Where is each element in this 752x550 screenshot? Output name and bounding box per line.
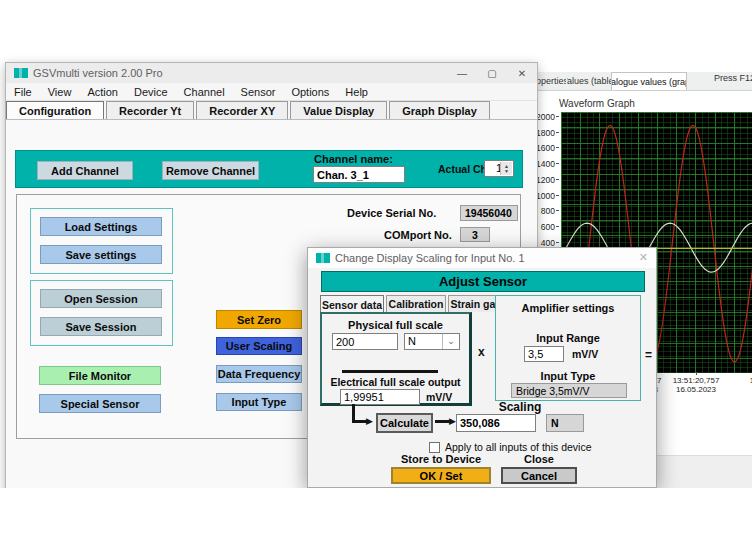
spinner-arrows-icon[interactable]: ▲▼ — [500, 162, 512, 175]
physical-unit-dropdown[interactable]: N ⌄ — [404, 333, 460, 350]
menu-view[interactable]: View — [40, 86, 80, 98]
input-type-label: Input Type — [496, 370, 640, 382]
menu-help[interactable]: Help — [337, 86, 376, 98]
tab-recorder-xy[interactable]: Recorder XY — [196, 101, 288, 119]
electrical-full-scale-input[interactable] — [340, 389, 420, 405]
window-title: GSVmulti version 2.00 Pro — [33, 67, 163, 79]
tab-analogue-values-graph[interactable]: Analogue values (graph) — [611, 72, 687, 90]
add-channel-button[interactable]: Add Channel — [37, 161, 133, 180]
equals-sign: = — [645, 348, 652, 362]
function-key-hint: Press F12 or F1 — [714, 73, 752, 83]
scaling-label: Scaling — [456, 400, 584, 414]
calc-underline — [342, 370, 438, 373]
app-logo-icon — [14, 68, 28, 78]
channel-name-input[interactable] — [313, 166, 405, 183]
channel-name-label: Channel name: — [314, 153, 393, 165]
close-icon[interactable]: ✕ — [507, 63, 537, 83]
cancel-button[interactable]: Cancel — [501, 467, 577, 484]
comport-value: 3 — [460, 227, 490, 242]
tab-sensor-data[interactable]: Sensor data — [320, 295, 384, 313]
save-session-button[interactable]: Save Session — [40, 317, 162, 336]
tab-recorder-yt[interactable]: Recorder Yt — [106, 101, 194, 119]
comport-label: COMport No. — [384, 229, 452, 241]
electrical-unit-label: mV/V — [426, 391, 452, 403]
main-tab-strip: Configuration Recorder Yt Recorder XY Va… — [6, 101, 537, 119]
menu-action[interactable]: Action — [79, 86, 126, 98]
save-settings-button[interactable]: Save settings — [40, 245, 162, 264]
scaling-input[interactable] — [456, 414, 536, 432]
remove-channel-button[interactable]: Remove Channel — [162, 161, 259, 180]
set-zero-button[interactable]: Set Zero — [216, 310, 302, 329]
session-group: Open Session Save Session — [30, 280, 173, 346]
multiply-sign: x — [478, 345, 485, 359]
dialog-title: Change Display Scaling for Input No. 1 — [335, 252, 525, 264]
menu-options[interactable]: Options — [283, 86, 337, 98]
settings-group: Load Settings Save settings — [30, 208, 173, 274]
channel-band: Add Channel Remove Channel Channel name:… — [15, 150, 523, 188]
user-scaling-button[interactable]: User Scaling — [216, 337, 302, 355]
flow-arrow2-horizontal — [435, 420, 450, 423]
amplifier-settings-panel: Amplifier settings Input Range mV/V Inpu… — [495, 295, 641, 401]
tab-configuration[interactable]: Configuration — [6, 101, 104, 119]
screenshot-bottom-mask — [0, 488, 752, 550]
minimize-icon[interactable]: — — [447, 63, 477, 83]
input-range-unit: mV/V — [572, 348, 598, 360]
menu-sensor[interactable]: Sensor — [233, 86, 284, 98]
device-serial-value: 19456040 — [460, 205, 518, 221]
dialog-title-bar[interactable]: Change Display Scaling for Input No. 1 ✕ — [308, 248, 656, 268]
title-bar[interactable]: GSVmulti version 2.00 Pro — ▢ ✕ — [6, 63, 537, 83]
tab-values-table[interactable]: Values (table) — [567, 73, 611, 89]
flow-arrowhead2-icon: ▶ — [449, 417, 456, 426]
waveform-graph-title: Waveform Graph — [559, 98, 635, 109]
load-settings-button[interactable]: Load Settings — [40, 217, 162, 236]
scaling-unit: N — [546, 414, 584, 432]
menu-channel[interactable]: Channel — [176, 86, 233, 98]
open-session-button[interactable]: Open Session — [40, 289, 162, 308]
apply-all-label: Apply to all inputs of this device — [445, 441, 592, 453]
menu-bar: File View Action Device Channel Sensor O… — [6, 83, 537, 101]
special-sensor-button[interactable]: Special Sensor — [39, 394, 161, 413]
tab-graph-display[interactable]: Graph Display — [389, 101, 490, 119]
input-type-button[interactable]: Input Type — [216, 393, 302, 411]
close-label: Close — [501, 453, 577, 465]
flow-arrow-horizontal — [352, 420, 367, 423]
chevron-down-icon[interactable]: ⌄ — [442, 334, 459, 349]
file-monitor-button[interactable]: File Monitor — [39, 366, 161, 385]
flow-arrowhead-icon: ▶ — [366, 417, 373, 426]
scaling-dialog: Change Display Scaling for Input No. 1 ✕… — [307, 247, 657, 488]
adjust-sensor-banner: Adjust Sensor — [321, 271, 645, 292]
maximize-icon[interactable]: ▢ — [477, 63, 507, 83]
x-tick-label: 1 — [715, 376, 752, 385]
menu-device[interactable]: Device — [126, 86, 176, 98]
data-frequency-button[interactable]: Data Frequency — [216, 365, 302, 383]
device-serial-label: Device Serial No. — [347, 207, 436, 219]
screenshot-root: Properties Values (table) Analogue value… — [0, 0, 752, 550]
tab-calibration[interactable]: Calibration — [386, 295, 446, 312]
dialog-logo-icon — [316, 253, 330, 263]
physical-full-scale-label: Physical full scale — [322, 319, 469, 331]
apply-all-checkbox[interactable] — [429, 442, 440, 453]
physical-full-scale-input[interactable] — [332, 333, 398, 350]
graph-tab-bar: Properties Values (table) Analogue value… — [529, 72, 752, 91]
input-range-label: Input Range — [496, 332, 640, 344]
calculate-button[interactable]: Calculate — [376, 413, 433, 433]
tab-value-display[interactable]: Value Display — [290, 101, 387, 119]
sensor-data-panel: Physical full scale N ⌄ Electrical full … — [320, 312, 472, 406]
electrical-full-scale-label: Electrical full scale output — [322, 376, 469, 388]
dialog-close-icon[interactable]: ✕ — [639, 251, 648, 264]
physical-unit-value: N — [408, 335, 416, 347]
store-to-device-label: Store to Device — [391, 453, 491, 465]
ok-set-button[interactable]: OK / Set — [391, 467, 491, 484]
input-type-value: Bridge 3,5mV/V — [511, 383, 627, 398]
actual-channel-stepper[interactable]: 1 ▲▼ — [484, 160, 514, 177]
menu-file[interactable]: File — [6, 86, 40, 98]
amplifier-settings-title: Amplifier settings — [496, 302, 640, 314]
input-range-input[interactable] — [524, 346, 564, 362]
